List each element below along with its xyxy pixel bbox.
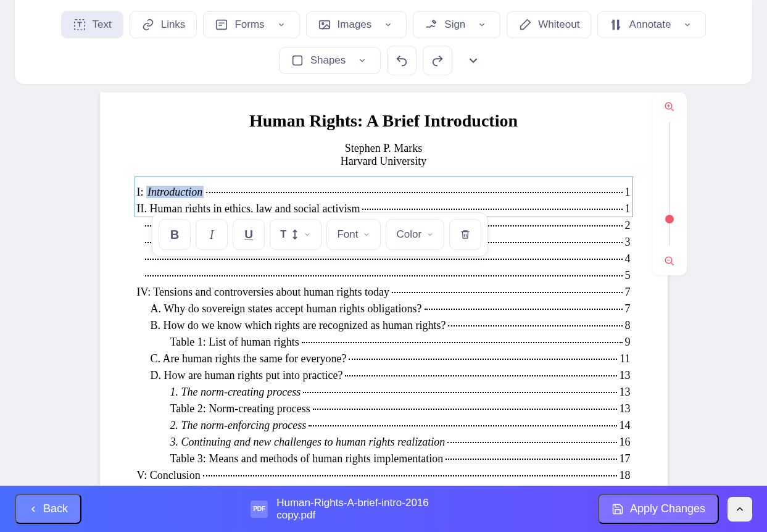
chevron-down-icon [304, 231, 311, 238]
images-tool-button[interactable]: Images [306, 11, 407, 38]
delete-text-button[interactable] [449, 219, 481, 250]
toc-entry[interactable]: 1. The norm-creating process13 [137, 384, 631, 400]
text-icon [73, 18, 86, 31]
zoom-out-icon [664, 256, 675, 267]
apply-changes-button[interactable]: Apply Changes [598, 494, 719, 524]
whiteout-tool-label: Whiteout [538, 19, 579, 31]
toc-page: 14 [620, 417, 631, 433]
svg-point-3 [321, 23, 323, 25]
forms-tool-button[interactable]: Forms [203, 11, 299, 38]
toc-entry[interactable]: A. Why do sovereign states accept human … [137, 301, 631, 317]
trash-icon [460, 229, 471, 240]
toc-leader [309, 425, 616, 426]
eraser-icon [518, 18, 532, 31]
shapes-tool-button[interactable]: Shapes [279, 47, 381, 74]
text-tool-button[interactable]: Text [61, 11, 123, 38]
bold-button[interactable]: B [159, 219, 191, 250]
back-label: Back [43, 502, 68, 515]
zoom-in-button[interactable] [664, 101, 675, 112]
font-size-icon: T [280, 228, 286, 241]
save-icon [612, 503, 624, 515]
annotate-icon [609, 18, 623, 31]
italic-button[interactable]: I [196, 219, 228, 250]
toc-entry[interactable]: Table 3: Means and methods of human righ… [137, 451, 631, 467]
toc-leader [448, 325, 622, 326]
text-format-toolbar: B I U T Font Color [152, 212, 488, 257]
toc-leader [362, 209, 622, 210]
toc-label: 2. The norm-enforcing process [170, 417, 307, 433]
chevron-down-icon [381, 18, 395, 31]
toc-label: C. Are human rights the same for everyon… [151, 351, 347, 367]
zoom-out-button[interactable] [664, 256, 675, 267]
toc-leader [446, 459, 616, 460]
toc-entry[interactable]: C. Are human rights the same for everyon… [137, 351, 631, 367]
toc-page: 7 [625, 301, 631, 317]
sign-icon [425, 18, 438, 31]
link-icon [141, 18, 155, 31]
chevron-down-icon [275, 18, 288, 31]
font-family-button[interactable]: Font [326, 219, 381, 250]
pdf-badge-icon: PDF [251, 501, 268, 518]
pdf-page[interactable]: Human Rights: A Brief Introduction Steph… [100, 93, 668, 486]
toc-leader [447, 442, 616, 443]
zoom-in-icon [664, 101, 675, 112]
forms-tool-label: Forms [234, 19, 264, 31]
links-tool-button[interactable]: Links [130, 11, 197, 38]
toc-leader [206, 192, 622, 193]
zoom-panel [652, 93, 687, 275]
toc-entry[interactable]: 2. The norm-enforcing process14 [137, 417, 631, 433]
toc-entry[interactable]: D. How are human rights put into practic… [137, 367, 631, 383]
zoom-slider-thumb[interactable] [665, 215, 674, 223]
chevron-down-icon [426, 231, 434, 238]
font-color-button[interactable]: Color [386, 219, 444, 250]
toc-page: 1 [625, 201, 631, 217]
document-title: Human Rights: A Brief Introduction [137, 111, 631, 131]
annotate-tool-button[interactable]: Annotate [597, 11, 706, 38]
toc-entry[interactable]: Table 2: Norm-creating process13 [137, 401, 631, 417]
toc-leader [145, 275, 623, 276]
sign-tool-button[interactable]: Sign [413, 11, 500, 38]
toc-entry[interactable]: IV: Tensions and controversies about hum… [137, 284, 631, 300]
font-size-button[interactable]: T [270, 219, 321, 250]
undo-button[interactable] [387, 46, 417, 75]
toc-leader [425, 309, 623, 310]
toc-page: 17 [620, 451, 631, 467]
toc-page: 18 [620, 467, 631, 483]
toc-entry[interactable]: x5 [137, 267, 631, 283]
toc-entry[interactable]: V: Conclusion18 [137, 467, 631, 483]
collapse-toolbar-button[interactable] [458, 46, 488, 75]
toc-entry[interactable]: I: Introduction1 [137, 184, 631, 200]
toc-page: 5 [625, 267, 631, 283]
toc-leader [203, 475, 617, 476]
redo-button[interactable] [423, 46, 452, 75]
toc-page: 1 [625, 184, 631, 200]
toc-label: Table 3: Means and methods of human righ… [170, 451, 444, 467]
filename-line2: copy.pdf [276, 509, 429, 522]
back-button[interactable]: Back [15, 494, 81, 524]
toc-entry[interactable]: 3. Continuing and new challenges to huma… [137, 434, 631, 450]
apply-label: Apply Changes [630, 502, 705, 515]
toc-label: V: Conclusion [137, 467, 201, 483]
underline-button[interactable]: U [233, 219, 265, 250]
font-family-label: Font [337, 228, 358, 241]
toc-label: B. How do we know which rights are recog… [151, 317, 446, 333]
updown-icon [291, 230, 299, 239]
scroll-to-top-button[interactable] [728, 497, 752, 522]
chevron-down-icon [363, 231, 370, 238]
chevron-down-icon [355, 54, 369, 67]
toc-page: 8 [625, 317, 631, 333]
font-color-label: Color [396, 228, 421, 241]
toc-leader [313, 409, 617, 410]
toc-entry[interactable]: Table 1: List of human rights9 [137, 334, 631, 350]
filename-line1: Human-Rights-A-brief-intro-2016 [276, 497, 429, 509]
chevron-down-icon [681, 18, 694, 31]
chevron-down-icon [475, 18, 489, 31]
svg-rect-4 [292, 56, 302, 65]
zoom-slider-track[interactable] [669, 122, 670, 246]
toc-entry[interactable]: B. How do we know which rights are recog… [137, 317, 631, 333]
whiteout-tool-button[interactable]: Whiteout [507, 11, 591, 38]
text-tool-label: Text [93, 19, 112, 31]
toc-label: 1. The norm-creating process [170, 384, 301, 400]
toc-label: Table 1: List of human rights [170, 334, 299, 350]
image-icon [318, 18, 331, 31]
